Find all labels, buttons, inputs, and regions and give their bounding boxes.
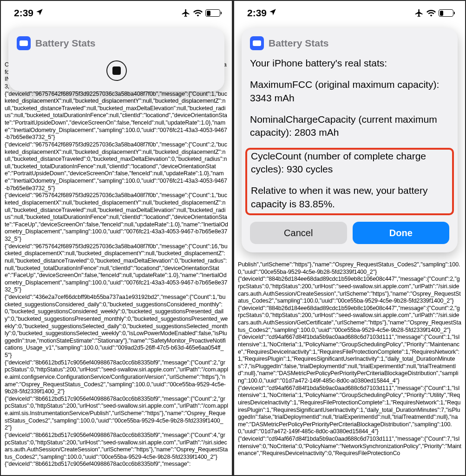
- shortcut-title: Battery Stats: [35, 38, 96, 49]
- stats-relative-capacity: Relative to when it was new, your batter…: [251, 184, 448, 211]
- airplane-mode-icon: [414, 8, 424, 18]
- shortcut-result-card: Battery Stats Your iPhone battery's real…: [242, 28, 458, 252]
- wifi-icon: [193, 9, 203, 17]
- location-arrow-icon: [269, 7, 277, 19]
- airplane-mode-icon: [181, 8, 190, 18]
- shortcut-app-icon: [250, 36, 264, 50]
- cancel-button[interactable]: Cancel: [250, 222, 347, 244]
- right-screenshot: Publish","urlScheme":"https"},"name":"Os…: [233, 0, 466, 476]
- stats-nominal-capacity: NominalChargeCapacity (current maximum c…: [250, 113, 449, 139]
- stats-heading: Your iPhone battery's real stats:: [250, 57, 449, 70]
- shortcut-card: Battery Stats: [8, 28, 224, 91]
- stop-button[interactable]: [106, 60, 127, 81]
- status-bar: 2:39 30: [1, 1, 232, 25]
- shortcut-app-icon: [17, 36, 31, 50]
- left-screenshot: Carrie.","productSku":"HN/A","rolloverRe…: [0, 0, 233, 476]
- clock-time: 2:39: [247, 7, 267, 19]
- clock-time: 2:39: [14, 7, 33, 19]
- stats-max-fcc: MaximumFCC (original maximum capacity): …: [250, 78, 449, 105]
- wifi-icon: [427, 9, 436, 17]
- done-button[interactable]: Done: [353, 222, 450, 244]
- highlight-annotation: CycleCount (number of complete charge cy…: [245, 148, 454, 215]
- battery-indicator: 30: [205, 9, 222, 17]
- stats-cycle-count: CycleCount (number of complete charge cy…: [251, 150, 448, 176]
- location-arrow-icon: [35, 7, 44, 19]
- shortcut-title: Battery Stats: [269, 38, 329, 49]
- stop-icon: [112, 66, 121, 75]
- battery-indicator: 29: [439, 9, 455, 17]
- status-bar: 2:39 29: [234, 1, 465, 25]
